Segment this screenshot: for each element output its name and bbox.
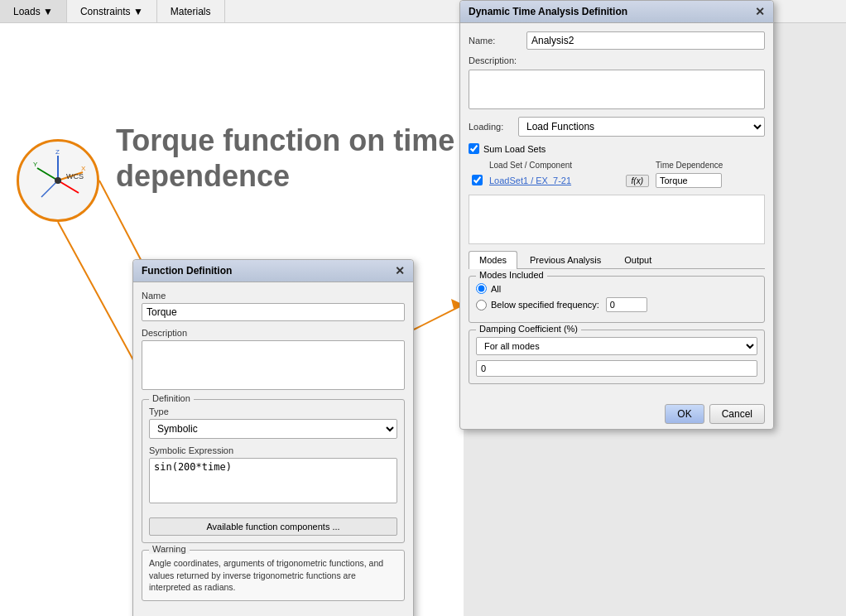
damping-select[interactable]: For all modes Per mode xyxy=(476,337,757,355)
load-area xyxy=(469,195,765,244)
warning-text: Angle coordinates, arguments of trigonom… xyxy=(149,557,397,594)
table-row: LoadSet1 / EX_7-21 f(x) xyxy=(469,171,765,190)
type-select[interactable]: Symbolic Tabular xyxy=(149,419,397,439)
svg-text:WCS: WCS xyxy=(66,172,84,180)
dta-title: Dynamic Time Analysis Definition ✕ xyxy=(460,1,773,23)
fx-button[interactable]: f(x) xyxy=(626,175,649,187)
time-dep-input[interactable] xyxy=(656,173,722,188)
name-input[interactable] xyxy=(142,303,405,321)
damping-value-input[interactable] xyxy=(476,360,757,377)
tab-modes[interactable]: Modes xyxy=(469,251,517,269)
loads-menu[interactable]: Loads ▼ xyxy=(0,0,67,22)
dta-close-button[interactable]: ✕ xyxy=(755,6,765,17)
dta-desc-input[interactable] xyxy=(469,70,765,109)
materials-menu[interactable]: Materials xyxy=(157,0,225,22)
dta-name-row: Name: xyxy=(469,31,765,50)
big-label: Torque function on time dependence xyxy=(116,123,454,194)
svg-line-1 xyxy=(37,168,58,180)
dta-loading-select[interactable]: Load Functions Load Sets xyxy=(518,117,765,137)
damping-section: Damping Coefficient (%) For all modes Pe… xyxy=(469,330,765,384)
type-group: Type Symbolic Tabular xyxy=(149,407,397,439)
symbolic-expr-label: Symbolic Expression xyxy=(149,445,397,455)
name-label: Name xyxy=(142,291,405,301)
warning-box: Warning Angle coordinates, arguments of … xyxy=(142,550,405,601)
dta-body: Name: Description: Loading: Load Functio… xyxy=(460,23,773,399)
freq-input[interactable] xyxy=(606,297,647,312)
warning-label: Warning xyxy=(149,544,190,554)
type-label: Type xyxy=(149,407,397,416)
radio-all-row: All xyxy=(476,283,757,294)
dta-ok-button[interactable]: OK xyxy=(665,404,704,424)
load-table: Load Set / Component Time Dependence Loa… xyxy=(469,159,765,190)
dta-buttons: OK Cancel xyxy=(460,399,773,429)
svg-text:Y: Y xyxy=(33,161,38,168)
svg-line-4 xyxy=(58,180,79,193)
constraints-menu[interactable]: Constraints ▼ xyxy=(67,0,157,22)
damping-coeff-label: Damping Coefficient (%) xyxy=(476,324,581,334)
canvas-area: WCS X Y Z Torque function on time depend… xyxy=(0,23,464,616)
name-group: Name xyxy=(142,291,405,321)
svg-point-5 xyxy=(55,177,61,184)
definition-label: Definition xyxy=(149,393,194,403)
definition-section: Definition Type Symbolic Tabular Symboli… xyxy=(142,399,405,543)
tab-output[interactable]: Output xyxy=(613,251,662,268)
load-set-header: Load Set / Component xyxy=(486,159,622,171)
func-dialog-body: Name Description Definition Type Symboli… xyxy=(133,282,413,616)
tabs-bar: Modes Previous Analysis Output xyxy=(469,251,765,269)
func-dialog-close-button[interactable]: ✕ xyxy=(395,265,405,277)
radio-below[interactable] xyxy=(476,300,487,310)
available-components-button[interactable]: Available function components ... xyxy=(149,517,397,536)
svg-text:Z: Z xyxy=(55,148,60,156)
desc-group: Description xyxy=(142,328,405,392)
dta-name-input[interactable] xyxy=(526,31,765,50)
dta-desc-label: Description: xyxy=(469,55,765,66)
load-row-checkbox[interactable] xyxy=(472,175,483,185)
function-definition-dialog: Function Definition ✕ Name Description D… xyxy=(132,259,414,616)
radio-all[interactable] xyxy=(476,283,487,294)
symbolic-expr-input[interactable]: sin(200*time) xyxy=(149,458,397,503)
sum-load-sets-checkbox[interactable] xyxy=(469,143,479,154)
desc-label: Description xyxy=(142,328,405,338)
coordinate-system: WCS X Y Z xyxy=(17,139,99,222)
modes-included-label: Modes Included xyxy=(476,270,547,280)
symbolic-expr-group: Symbolic Expression sin(200*time) xyxy=(149,445,397,506)
func-dialog-title: Function Definition ✕ xyxy=(133,260,413,282)
desc-input[interactable] xyxy=(142,340,405,390)
load-set-link[interactable]: LoadSet1 / EX_7-21 xyxy=(489,176,571,185)
modes-section: Modes Included All Below specified frequ… xyxy=(469,276,765,323)
dta-loading-label: Loading: xyxy=(469,122,518,132)
dta-cancel-button[interactable]: Cancel xyxy=(709,404,765,424)
dta-dialog: Dynamic Time Analysis Definition ✕ Name:… xyxy=(459,0,774,430)
tab-previous-analysis[interactable]: Previous Analysis xyxy=(519,251,612,268)
svg-line-3 xyxy=(41,180,58,197)
dta-loading-row: Loading: Load Functions Load Sets xyxy=(469,117,765,137)
sum-load-sets-row: Sum Load Sets xyxy=(469,143,765,154)
radio-below-row: Below specified frequency: xyxy=(476,297,757,312)
svg-text:X: X xyxy=(81,165,86,172)
svg-line-11 xyxy=(414,305,464,330)
dta-name-label: Name: xyxy=(469,36,526,46)
time-dep-header: Time Dependence xyxy=(652,159,765,171)
